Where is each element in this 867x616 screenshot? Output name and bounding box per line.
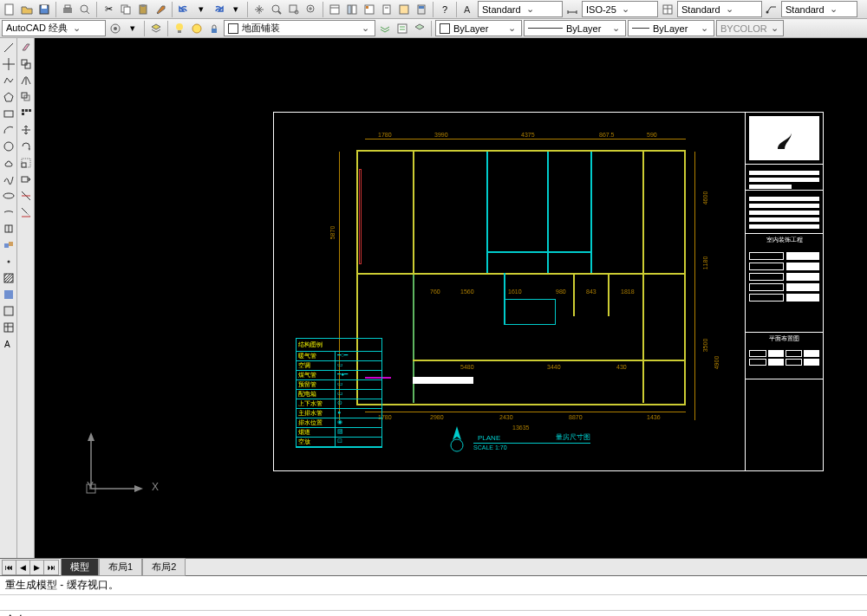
offset-icon[interactable] [19, 90, 33, 104]
layer-mgr-icon[interactable] [148, 21, 164, 36]
xline-icon[interactable] [2, 57, 16, 71]
workspace-dropdown[interactable]: AutoCAD 经典 ⌄ [2, 20, 106, 36]
redo-icon[interactable] [211, 2, 226, 17]
linetype-sample [528, 28, 563, 29]
table-icon[interactable] [2, 321, 16, 334]
layer-prev-icon[interactable] [377, 21, 393, 36]
tab-prev-icon[interactable]: ◀ [16, 561, 30, 574]
block-icon[interactable] [2, 238, 16, 252]
tab-first-icon[interactable]: ⏮ [3, 561, 16, 574]
tab-layout2[interactable]: 布局2 [142, 558, 186, 576]
layer-lock-icon[interactable] [206, 21, 222, 36]
trim-icon[interactable] [19, 189, 33, 203]
dim-top-3: 4375 [521, 132, 535, 138]
linetype-dropdown[interactable]: ByLayer ⌄ [524, 20, 626, 36]
arc-icon[interactable] [2, 123, 16, 137]
revcloud-icon[interactable] [2, 156, 16, 170]
scale-icon[interactable] [19, 156, 33, 170]
rectangle-icon[interactable] [2, 107, 16, 120]
zoom-icon[interactable] [269, 2, 284, 17]
extend-icon[interactable] [19, 205, 33, 219]
undo-arrow-icon[interactable]: ▾ [193, 2, 209, 17]
svg-rect-64 [22, 113, 24, 115]
help-icon[interactable]: ? [437, 2, 453, 17]
lineweight-dropdown[interactable]: ByLayer ⌄ [628, 20, 714, 36]
zoom-prev-icon[interactable] [303, 2, 319, 17]
designctr-icon[interactable] [344, 2, 360, 17]
dim-bot-4: 8870 [569, 414, 583, 420]
layer-bulb-icon[interactable] [172, 21, 187, 36]
ellipse-icon[interactable] [2, 189, 16, 203]
layer-label: 地面铺装 [242, 22, 280, 35]
svg-rect-4 [65, 5, 70, 8]
svg-rect-22 [383, 5, 390, 14]
preview-icon[interactable] [77, 2, 93, 17]
insert-icon[interactable] [2, 222, 16, 236]
properties-icon[interactable] [327, 2, 342, 17]
cut-icon[interactable]: ✂ [101, 2, 116, 17]
mleader-style-dropdown[interactable]: Standard ⌄ [781, 1, 857, 17]
dim-style-dropdown[interactable]: ISO-25 ⌄ [582, 1, 658, 17]
layer-states-icon[interactable] [394, 21, 410, 36]
copy-icon[interactable] [118, 2, 134, 17]
circle-icon[interactable] [2, 139, 16, 153]
markup-icon[interactable] [396, 2, 412, 17]
color-dropdown[interactable]: ByLayer ⌄ [435, 20, 522, 36]
svg-text:A: A [464, 4, 471, 15]
undo-icon[interactable] [176, 2, 192, 17]
polyline-icon[interactable] [2, 74, 16, 88]
table-style-dropdown[interactable]: Standard ⌄ [677, 1, 762, 17]
mirror-icon[interactable] [19, 74, 33, 88]
dim-inner-1: 760 [430, 289, 440, 295]
svg-rect-26 [419, 6, 424, 9]
copy2-icon[interactable] [19, 57, 33, 71]
stretch-icon[interactable] [19, 172, 33, 186]
textstyle-icon[interactable]: A [460, 2, 476, 17]
tab-next-icon[interactable]: ▶ [30, 561, 44, 574]
paste-icon[interactable] [135, 2, 151, 17]
plotstyle-dropdown[interactable]: BYCOLOR ⌄ [716, 20, 784, 36]
tablestyle-icon[interactable] [660, 2, 675, 17]
drawing-canvas[interactable]: 室内装饰工程 平面布置图 1780 3990 [35, 38, 867, 558]
tab-layout1[interactable]: 布局1 [99, 558, 142, 576]
new-icon[interactable] [2, 2, 17, 17]
modify-toolbar [17, 38, 35, 558]
redo-arrow-icon[interactable]: ▾ [228, 2, 244, 17]
layer-iso-icon[interactable] [412, 21, 427, 36]
rotate-icon[interactable] [19, 139, 33, 153]
pan-icon[interactable] [251, 2, 267, 17]
move-icon[interactable] [19, 123, 33, 137]
open-icon[interactable] [19, 2, 35, 17]
line-icon[interactable] [2, 41, 16, 55]
sheet-icon[interactable] [379, 2, 394, 17]
hatch-icon[interactable] [2, 271, 16, 285]
dimstyle-icon[interactable] [564, 2, 580, 17]
table-style-label: Standard [681, 4, 720, 15]
calc-icon[interactable] [414, 2, 429, 17]
polygon-icon[interactable] [2, 90, 16, 104]
svg-rect-3 [63, 8, 72, 13]
svg-line-39 [4, 43, 13, 52]
text-style-dropdown[interactable]: Standard ⌄ [478, 1, 563, 17]
mtext-icon[interactable]: A [2, 337, 16, 351]
match-icon[interactable] [153, 2, 168, 17]
spline-icon[interactable] [2, 172, 16, 186]
ws-settings-icon[interactable] [108, 21, 123, 36]
erase-icon[interactable] [19, 41, 33, 55]
print-icon[interactable] [60, 2, 75, 17]
point-icon[interactable] [2, 255, 16, 269]
layer-freeze-icon[interactable] [189, 21, 205, 36]
ws-grip-icon[interactable]: ▾ [125, 21, 140, 36]
tab-last-icon[interactable]: ⏭ [44, 561, 58, 574]
mleaderstyle-icon[interactable] [764, 2, 779, 17]
tab-model[interactable]: 模型 [61, 558, 99, 576]
region-icon[interactable] [2, 304, 16, 318]
zoom-window-icon[interactable] [286, 2, 302, 17]
layer-dropdown[interactable]: 地面铺装 ⌄ [224, 20, 375, 36]
gradient-icon[interactable] [2, 288, 16, 302]
toolpalette-icon[interactable] [362, 2, 377, 17]
ellipse-arc-icon[interactable] [2, 205, 16, 219]
array-icon[interactable] [19, 107, 33, 120]
command-input-row[interactable]: 命令: [0, 611, 867, 616]
save-icon[interactable] [36, 2, 52, 17]
